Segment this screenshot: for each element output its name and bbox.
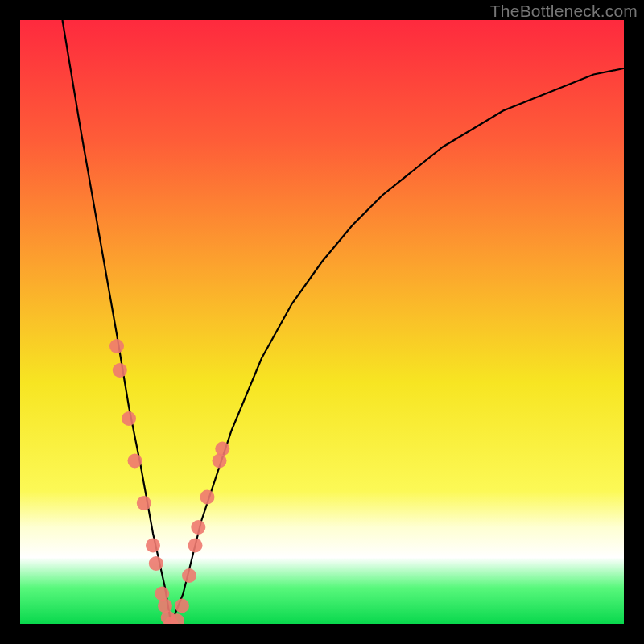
highlight-dot xyxy=(213,454,227,469)
chart-frame: TheBottleneck.com xyxy=(0,0,644,644)
highlight-dot xyxy=(191,520,205,535)
highlight-dot xyxy=(188,539,203,553)
highlight-dot xyxy=(137,496,151,510)
highlight-dot xyxy=(200,490,215,505)
highlight-dot xyxy=(158,599,172,613)
highlight-dot xyxy=(113,363,127,378)
highlight-dot xyxy=(122,411,136,426)
highlighted-dots-group xyxy=(109,339,229,624)
highlight-dot xyxy=(149,556,163,571)
highlight-dot xyxy=(128,454,142,469)
highlight-dot xyxy=(215,442,229,456)
chart-svg xyxy=(20,20,624,624)
highlight-dot xyxy=(182,568,196,583)
highlight-dot xyxy=(175,599,189,613)
bottleneck-curve xyxy=(63,20,625,624)
highlight-dot xyxy=(109,339,124,353)
plot-background xyxy=(20,20,624,624)
highlight-dot xyxy=(146,539,160,553)
watermark-text: TheBottleneck.com xyxy=(490,2,638,21)
highlight-dot xyxy=(155,587,169,601)
